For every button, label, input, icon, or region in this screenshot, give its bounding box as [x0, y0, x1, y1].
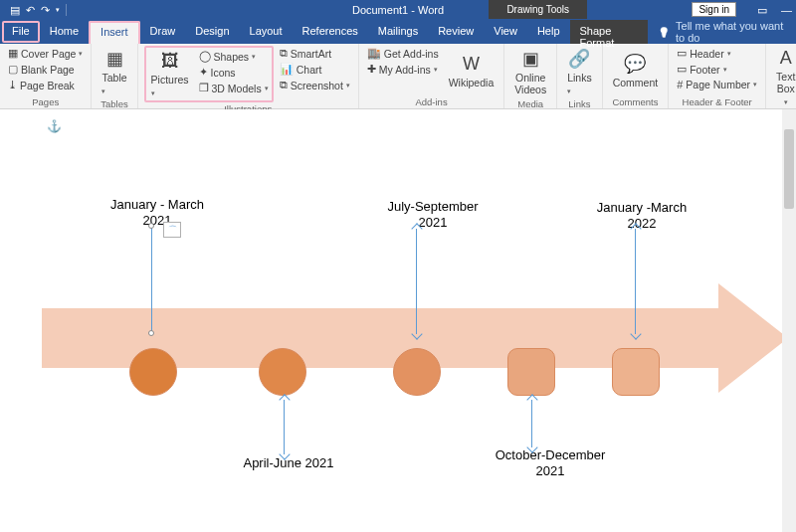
group-header-footer-label: Header & Footer: [675, 96, 759, 107]
cover-page-label: Cover Page: [21, 48, 76, 60]
tab-insert[interactable]: Insert: [89, 21, 140, 44]
group-tables-label: Tables: [98, 98, 130, 109]
save-icon[interactable]: ▤: [10, 4, 20, 17]
page-break-button[interactable]: ⤓Page Break: [6, 78, 85, 92]
3d-models-button[interactable]: ❒3D Models: [197, 81, 271, 95]
screenshot-icon: ⧉: [280, 79, 288, 91]
pictures-button[interactable]: 🖼Pictures: [147, 49, 193, 99]
comment-button[interactable]: 💬Comment: [609, 46, 663, 95]
qat-separator: [66, 4, 67, 16]
undo-icon[interactable]: ↶: [26, 4, 35, 17]
icons-label: Icons: [211, 67, 236, 79]
table-label: Table: [101, 72, 126, 95]
text-box-button[interactable]: AText Box: [772, 46, 796, 108]
timeline-node-1[interactable]: [129, 348, 177, 396]
screenshot-button[interactable]: ⧉Screenshot: [278, 78, 352, 92]
icons-icon: ✦: [199, 66, 208, 79]
group-addins: 🏬Get Add-ins ✚My Add-ins WWikipedia Add-…: [359, 44, 504, 108]
timeline-node-5[interactable]: [612, 348, 660, 396]
layout-options-icon[interactable]: ⌒: [163, 222, 181, 238]
get-addins-button[interactable]: 🏬Get Add-ins: [365, 46, 441, 61]
connector-2[interactable]: [416, 229, 417, 334]
chart-button[interactable]: 📊Chart: [278, 62, 352, 77]
connector-5[interactable]: [531, 400, 532, 447]
blank-page-label: Blank Page: [21, 64, 75, 76]
window-title: Document1 - Word: [352, 4, 444, 16]
header-button[interactable]: ▭Header: [675, 46, 759, 61]
wikipedia-button[interactable]: WWikipedia: [445, 46, 498, 95]
tab-design[interactable]: Design: [185, 20, 239, 44]
timeline-arrow-head[interactable]: [718, 283, 788, 393]
online-videos-button[interactable]: ▣Online Videos: [510, 46, 550, 97]
tab-view[interactable]: View: [484, 20, 527, 44]
my-addins-button[interactable]: ✚My Add-ins: [365, 62, 441, 77]
connector-4[interactable]: [284, 400, 285, 454]
page-number-button[interactable]: #Page Number: [675, 78, 759, 91]
group-tables: ▦Table Tables: [92, 44, 137, 108]
anchor-icon: ⚓: [47, 119, 62, 133]
group-pages: ▦Cover Page ▢Blank Page ⤓Page Break Page…: [0, 44, 92, 108]
textbox-icon: A: [780, 48, 792, 69]
sign-in-button[interactable]: Sign in: [692, 2, 736, 17]
pictures-label: Pictures: [151, 74, 189, 97]
tab-file[interactable]: File: [2, 21, 40, 43]
tab-home[interactable]: Home: [40, 20, 89, 44]
text-box-label: Text Box: [776, 71, 795, 106]
links-button[interactable]: 🔗Links: [563, 46, 596, 97]
selection-handle-top[interactable]: [148, 223, 154, 229]
quick-access-toolbar: ▤ ↶ ↷ ▾: [0, 4, 67, 17]
tab-references[interactable]: References: [293, 20, 368, 44]
blank-page-button[interactable]: ▢Blank Page: [6, 62, 85, 77]
qat-customize-icon[interactable]: ▾: [56, 6, 60, 14]
connector-3[interactable]: [635, 229, 636, 334]
ribbon: ▦Cover Page ▢Blank Page ⤓Page Break Page…: [0, 44, 796, 109]
timeline-label-3[interactable]: January -March 2022: [582, 200, 701, 231]
timeline-node-3[interactable]: [393, 348, 441, 396]
title-bar: ▤ ↶ ↷ ▾ Document1 - Word Drawing Tools S…: [0, 0, 796, 20]
tab-draw[interactable]: Draw: [140, 20, 186, 44]
selection-handle-bottom[interactable]: [148, 330, 154, 336]
store-icon: 🏬: [367, 47, 381, 60]
group-media: ▣Online Videos Media: [504, 44, 557, 108]
vertical-scrollbar[interactable]: [782, 109, 796, 532]
footer-button[interactable]: ▭Footer: [675, 62, 759, 77]
wikipedia-icon: W: [463, 54, 480, 75]
smartart-button[interactable]: ⧉SmartArt: [278, 46, 352, 61]
icons-button[interactable]: ✦Icons: [197, 65, 271, 80]
tell-me-search[interactable]: Tell me what you want to do: [648, 20, 796, 44]
chart-label: Chart: [297, 64, 322, 76]
footer-label: Footer: [690, 64, 719, 76]
video-icon: ▣: [522, 48, 539, 70]
document-canvas[interactable]: ⚓ January - March 2021 July-September 20…: [0, 109, 796, 532]
group-illustrations: 🖼Pictures ◯Shapes ✦Icons ❒3D Models ⧉Sma…: [138, 44, 359, 108]
timeline-label-2[interactable]: July-September 2021: [373, 199, 493, 230]
group-text: AText Box ▤ A A̲ ✎ 📅 ▢ Text: [766, 44, 796, 108]
timeline-node-4[interactable]: [507, 348, 555, 396]
minimize-icon[interactable]: —: [781, 4, 792, 17]
tab-layout[interactable]: Layout: [240, 20, 293, 44]
table-button[interactable]: ▦Table: [98, 46, 130, 97]
contextual-tab-title: Drawing Tools: [489, 0, 587, 19]
tab-mailings[interactable]: Mailings: [368, 20, 428, 44]
window-controls: ▭ —: [757, 4, 792, 17]
chart-icon: 📊: [280, 63, 294, 76]
timeline-node-2[interactable]: [259, 348, 306, 396]
blank-page-icon: ▢: [8, 63, 18, 76]
group-links: 🔗Links Links: [557, 44, 603, 108]
ribbon-display-icon[interactable]: ▭: [757, 4, 767, 17]
timeline-label-4[interactable]: April-June 2021: [229, 455, 348, 471]
hash-icon: #: [677, 79, 683, 90]
timeline-label-1[interactable]: January - March 2021: [98, 197, 217, 228]
tab-shape-format[interactable]: Shape Format: [570, 20, 648, 44]
timeline-label-5[interactable]: October-December 2021: [486, 447, 615, 478]
scrollbar-thumb[interactable]: [784, 129, 794, 209]
tab-help[interactable]: Help: [527, 20, 570, 44]
cover-page-button[interactable]: ▦Cover Page: [6, 46, 85, 61]
ribbon-tabs: File Home Insert Draw Design Layout Refe…: [0, 20, 796, 44]
redo-icon[interactable]: ↷: [41, 4, 50, 17]
tab-review[interactable]: Review: [428, 20, 484, 44]
connector-1[interactable]: [151, 227, 152, 334]
page-number-label: Page Number: [686, 79, 750, 90]
group-comments-label: Comments: [609, 96, 663, 107]
shapes-button[interactable]: ◯Shapes: [197, 49, 271, 64]
